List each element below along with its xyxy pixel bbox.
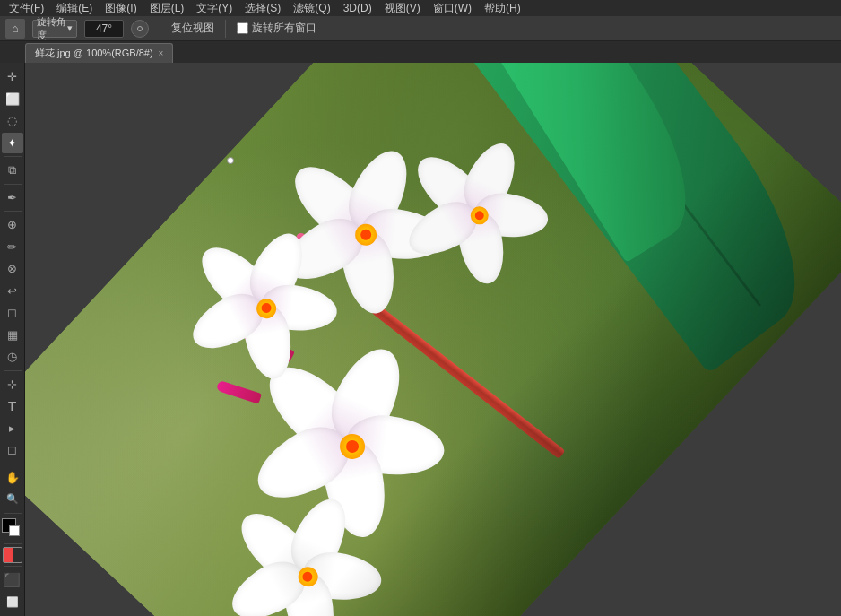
tool-panel: ✛ ⬜ ◌ ✦ ⧉ ✒ ⊕ ✏ ⊗ ↩ ◻ ▦ ◷ ⊹ T ▸ ◻ ✋ 🔍 ⬛ bbox=[0, 63, 25, 616]
image-canvas bbox=[25, 63, 841, 616]
eyedropper-tool-button[interactable]: ✒ bbox=[2, 187, 23, 209]
circle-inner-icon bbox=[137, 26, 143, 31]
background-color[interactable] bbox=[9, 525, 20, 536]
angle-input[interactable] bbox=[84, 20, 124, 38]
menu-select[interactable]: 选择(S) bbox=[239, 0, 286, 16]
tool-separator-2 bbox=[4, 184, 22, 185]
cursor-indicator bbox=[227, 157, 234, 164]
spot-heal-tool-button[interactable]: ⊕ bbox=[2, 214, 23, 236]
crop-tool-button[interactable]: ⧉ bbox=[2, 160, 23, 181]
screen-mode-button[interactable]: ⬛ bbox=[2, 569, 23, 591]
brush-tool-button[interactable]: ✏ bbox=[2, 237, 23, 258]
tool-separator-3 bbox=[4, 211, 22, 212]
dodge-tool-button[interactable]: ◷ bbox=[2, 346, 23, 368]
quick-mask-button[interactable] bbox=[3, 547, 22, 563]
tool-separator-5 bbox=[4, 464, 22, 464]
pen-tool-button[interactable]: ⊹ bbox=[2, 374, 23, 395]
menu-type[interactable]: 文字(Y) bbox=[191, 0, 238, 16]
main-area: ✛ ⬜ ◌ ✦ ⧉ ✒ ⊕ ✏ ⊗ ↩ ◻ ▦ ◷ ⊹ T ▸ ◻ ✋ 🔍 ⬛ bbox=[0, 63, 841, 616]
reset-view-label: 复位视图 bbox=[171, 21, 214, 36]
menu-view[interactable]: 视图(V) bbox=[379, 0, 426, 16]
rotate-angle-dropdown[interactable]: 旋转角度: ▾ bbox=[32, 20, 77, 38]
move-tool-button[interactable]: ✛ bbox=[2, 66, 23, 88]
type-tool-button[interactable]: T bbox=[2, 395, 23, 417]
tab-label: 鲜花.jpg @ 100%(RGB/8#) bbox=[35, 47, 153, 60]
menu-window[interactable]: 窗口(W) bbox=[428, 0, 477, 16]
tab-bar: 鲜花.jpg @ 100%(RGB/8#) × bbox=[0, 41, 841, 63]
tool-separator-7 bbox=[4, 543, 22, 544]
foreground-color[interactable] bbox=[2, 518, 16, 533]
tool-separator-6 bbox=[4, 513, 22, 514]
canvas-area[interactable] bbox=[25, 63, 841, 616]
home-button[interactable]: ⌂ bbox=[5, 19, 25, 39]
menu-layer[interactable]: 图层(L) bbox=[144, 0, 190, 16]
zoom-tool-button[interactable]: 🔍 bbox=[2, 489, 23, 510]
eraser-tool-button[interactable]: ◻ bbox=[2, 302, 23, 324]
rotate-all-label: 旋转所有窗口 bbox=[252, 21, 316, 36]
menu-3d[interactable]: 3D(D) bbox=[338, 0, 377, 16]
flower-image bbox=[25, 63, 841, 616]
document-tab[interactable]: 鲜花.jpg @ 100%(RGB/8#) × bbox=[25, 43, 173, 63]
hand-tool-button[interactable]: ✋ bbox=[2, 467, 23, 489]
clone-stamp-tool-button[interactable]: ⊗ bbox=[2, 258, 23, 280]
menu-bar: 文件(F) 编辑(E) 图像(I) 图层(L) 文字(Y) 选择(S) 滤镜(Q… bbox=[0, 0, 841, 16]
tool-separator-4 bbox=[4, 370, 22, 371]
shape-tool-button[interactable]: ◻ bbox=[2, 439, 23, 461]
color-swatches[interactable] bbox=[2, 518, 23, 540]
menu-image[interactable]: 图像(I) bbox=[100, 0, 142, 16]
rotate-all-checkbox-group: 旋转所有窗口 bbox=[237, 21, 316, 36]
rotate-all-checkbox[interactable] bbox=[237, 22, 248, 34]
menu-file[interactable]: 文件(F) bbox=[4, 0, 49, 16]
path-select-tool-button[interactable]: ▸ bbox=[2, 418, 23, 439]
options-bar: ⌂ 旋转角度: ▾ 复位视图 旋转所有窗口 bbox=[0, 16, 841, 41]
menu-filter[interactable]: 滤镜(Q) bbox=[288, 0, 335, 16]
screen-mode-button-2[interactable]: ⬜ bbox=[2, 591, 23, 612]
gradient-tool-button[interactable]: ▦ bbox=[2, 325, 23, 346]
menu-help[interactable]: 帮助(H) bbox=[479, 0, 526, 16]
magic-wand-tool-button[interactable]: ✦ bbox=[2, 133, 23, 154]
marquee-tool-button[interactable]: ⬜ bbox=[2, 89, 23, 110]
separator bbox=[160, 20, 160, 38]
commit-rotation-button[interactable] bbox=[131, 20, 149, 38]
separator-2 bbox=[225, 20, 226, 38]
tool-separator-1 bbox=[4, 156, 22, 157]
rotate-angle-label: 旋转角度: bbox=[37, 15, 67, 42]
chevron-down-icon: ▾ bbox=[67, 22, 73, 34]
menu-edit[interactable]: 编辑(E) bbox=[51, 0, 98, 16]
history-brush-tool-button[interactable]: ↩ bbox=[2, 281, 23, 302]
tab-close-button[interactable]: × bbox=[159, 49, 164, 58]
lasso-tool-button[interactable]: ◌ bbox=[2, 110, 23, 132]
tool-separator-8 bbox=[4, 566, 22, 567]
